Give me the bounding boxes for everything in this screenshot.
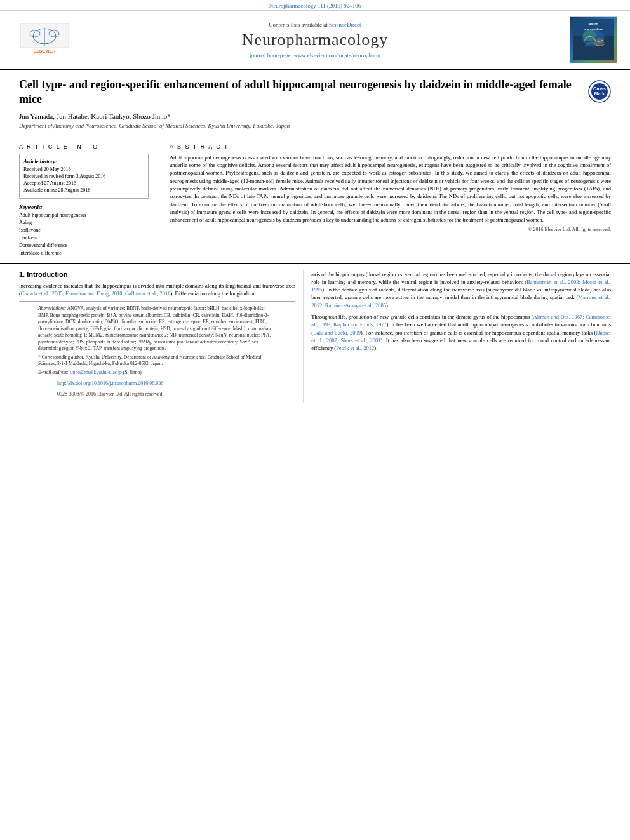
keyword-4: Daidzein [19,234,149,242]
article-authors: Jun Yamada, Jun Hatabe, Kaori Tankyo, Sh… [19,112,611,120]
body-text-right: axis of the hippocampus (dorsal region v… [311,270,611,352]
article-history-title: Article history: [23,158,144,164]
accepted-date: Accepted 27 August 2016 [23,180,144,187]
svg-text:ELSEVIER: ELSEVIER [34,49,56,53]
ref-petrik[interactable]: Petrik et al., 2012 [336,345,374,351]
ref-chawla[interactable]: Chawla et al., 2005; Fanselow and Dong, … [21,290,171,297]
journal-citation-text: Neuropharmacology 111 (2016) 92–106 [269,3,361,9]
svg-text:Neuro: Neuro [589,22,598,26]
ref-marrone[interactable]: Marrone et al., 2012; Ramirez-Amaya et a… [311,294,611,308]
article-info-column: A R T I C L E I N F O Article history: R… [19,143,159,257]
footer-copyright: 0028-3908/© 2016 Elsevier Ltd. All right… [38,389,276,399]
journal-header-center: Contents lists available at ScienceDirec… [76,22,554,58]
intro-paragraph-1: Increasing evidence indicates that the h… [19,282,295,298]
abbreviations-text: Abbreviations: ANOVA, analysis of varian… [38,305,276,352]
email-text: E-mail address: sjuno@med.kyushu-u.ac.jp… [38,370,276,377]
keywords-title: Keywords: [19,204,149,210]
journal-header: ELSEVIER Contents lists available at Sci… [0,11,630,70]
footnote-text: Abbreviations: ANOVA, analysis of varian… [38,305,276,376]
received-revised-date: Received in revised form 3 August 2016 [23,173,144,180]
article-info-header: A R T I C L E I N F O [19,143,149,150]
ref-bannerman[interactable]: Bannerman et al., 2003; Moser et al., 19… [311,279,611,293]
intro-paragraph-3: Throughout life, production of new granu… [311,313,611,352]
svg-text:pharmacology: pharmacology [584,27,603,30]
keyword-2: Aging [19,219,149,227]
abstract-text: Adult hippocampal neurogenesis is associ… [170,154,611,224]
abstract-column: A B S T R A C T Adult hippocampal neurog… [159,143,611,257]
svg-text:Cross: Cross [593,86,606,91]
elsevier-logo-area: ELSEVIER [13,22,76,57]
elsevier-logo-icon: ELSEVIER [19,22,70,57]
body-left-column: 1. Introduction Increasing evidence indi… [19,270,303,404]
intro-section-number: 1. Introduction [19,270,295,278]
body-text-left: Increasing evidence indicates that the h… [19,282,295,298]
article-affiliation: Department of Anatomy and Neuroscience, … [19,123,611,129]
article-title-section: Cross Mark Cell type- and region-specifi… [0,70,630,137]
keyword-6: Interblade difference [19,250,149,257]
ref-balu[interactable]: Balu and Lucki, 2009 [313,330,361,336]
article-history-block: Article history: Received 20 May 2016 Re… [19,154,149,199]
body-right-column: axis of the hippocampus (dorsal region v… [303,270,611,404]
body-section: 1. Introduction Increasing evidence indi… [0,264,630,410]
crossmark-area: Cross Mark [588,80,611,104]
footnote-area: Abbreviations: ANOVA, analysis of varian… [19,301,295,403]
keyword-1: Adult hippocampal neurogenesis [19,211,149,219]
received-date: Received 20 May 2016 [23,166,144,173]
journal-homepage-link[interactable]: www.elsevier.com/locate/neuropharm [294,52,380,58]
abstract-paragraph: Adult hippocampal neurogenesis is associ… [170,154,611,224]
abstract-copyright: © 2016 Elsevier Ltd. All rights reserved… [170,227,611,232]
journal-citation-bar: Neuropharmacology 111 (2016) 92–106 [0,0,630,11]
journal-title: Neuropharmacology [76,30,554,50]
ref-altman[interactable]: Altman and Das, 1967; Cameron et al., 19… [311,314,611,328]
sciencedirect-link[interactable]: ScienceDirect [329,22,361,28]
cover-svg: Neuro pharmacology [573,16,614,63]
article-title: Cell type- and region-specific enhanceme… [19,77,611,107]
contents-line: Contents lists available at ScienceDirec… [76,22,554,28]
keywords-block: Keywords: Adult hippocampal neurogenesis… [19,204,149,257]
intro-paragraph-2: axis of the hippocampus (dorsal region v… [311,270,611,310]
abstract-header: A B S T R A C T [170,143,611,150]
keyword-3: Isoflavone [19,227,149,234]
doi-line: http://dx.doi.org/10.1016/j.neuropharm.2… [38,378,276,389]
journal-homepage: journal homepage: www.elsevier.com/locat… [76,52,554,58]
keyword-5: Dorsoventral difference [19,242,149,250]
email-link[interactable]: sjuno@med.kyushu-u.ac.jp [70,370,122,375]
svg-text:Mark: Mark [594,91,605,96]
crossmark-icon: Cross Mark [588,80,611,103]
journal-cover-image: Neuro pharmacology [570,16,617,63]
corresponding-author-text: * Corresponding author. Kyushu Universit… [38,354,276,368]
journal-cover-area: Neuro pharmacology [554,16,617,63]
doi-link[interactable]: http://dx.doi.org/10.1016/j.neuropharm.2… [57,380,163,386]
article-info-abstract-section: A R T I C L E I N F O Article history: R… [0,137,630,264]
available-online-date: Available online 28 August 2016 [23,187,144,194]
